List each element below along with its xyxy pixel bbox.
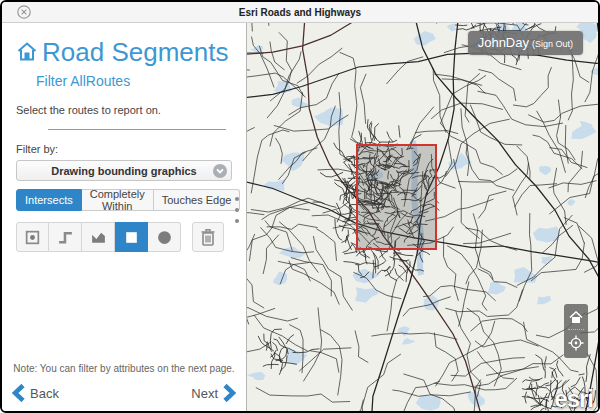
trash-icon <box>200 228 216 246</box>
locate-crosshair-icon <box>568 335 584 351</box>
page-title: Road Segments <box>42 37 228 68</box>
instruction-text: Select the routes to report on. <box>16 104 232 116</box>
draw-polyline-button[interactable] <box>49 222 82 252</box>
esri-logo: esri <box>554 385 593 411</box>
window-titlebar: Esri Roads and Highways <box>2 2 598 23</box>
tab-intersects[interactable]: Intersects <box>16 189 82 211</box>
panel-resize-handle[interactable] <box>233 195 241 225</box>
draw-rectangle-button[interactable] <box>115 222 148 252</box>
map-controls <box>564 304 588 358</box>
wizard-nav: Back Next <box>12 384 236 402</box>
window-title: Esri Roads and Highways <box>2 7 598 18</box>
panel-footer: Note: You can filter by attributes on th… <box>2 363 246 402</box>
user-badge[interactable]: JohnDay (Sign Out) <box>468 31 583 55</box>
divider <box>48 129 226 130</box>
selection-rectangle <box>356 144 437 250</box>
draw-polygon-button[interactable] <box>82 222 115 252</box>
filter-by-label: Filter by: <box>16 143 232 155</box>
chevron-left-icon <box>12 384 25 402</box>
chevron-down-icon <box>213 164 227 178</box>
draw-tool-group <box>16 222 181 252</box>
clear-graphics-button[interactable] <box>192 222 224 252</box>
locate-button[interactable] <box>568 332 584 354</box>
rectangle-icon <box>123 229 140 246</box>
chevron-right-icon <box>223 384 236 402</box>
page-subtitle: Filter AllRoutes <box>36 73 232 89</box>
point-icon <box>24 229 41 246</box>
dropdown-value: Drawing bounding graphics <box>51 165 196 177</box>
close-icon[interactable] <box>17 5 31 19</box>
tab-completely-within[interactable]: Completely Within <box>82 189 154 211</box>
polyline-icon <box>57 229 74 246</box>
polygon-icon <box>90 229 107 246</box>
home-extent-icon <box>569 311 583 324</box>
circle-icon <box>156 229 173 246</box>
user-name: JohnDay <box>478 35 529 50</box>
controls-divider <box>568 329 584 330</box>
next-label: Next <box>191 386 218 401</box>
draw-circle-button[interactable] <box>148 222 181 252</box>
map-view[interactable]: JohnDay (Sign Out) <box>247 23 598 411</box>
spatial-relation-tabs: Intersects Completely Within Touches Edg… <box>16 189 232 211</box>
next-button[interactable]: Next <box>191 384 236 402</box>
sign-out-link[interactable]: (Sign Out) <box>532 39 573 49</box>
panel-header: Road Segments <box>16 37 232 68</box>
left-panel: Road Segments Filter AllRoutes Select th… <box>2 23 247 411</box>
draw-point-button[interactable] <box>16 222 49 252</box>
draw-toolbar <box>16 222 232 252</box>
tab-touches-edge[interactable]: Touches Edge <box>154 189 241 211</box>
filter-method-dropdown[interactable]: Drawing bounding graphics <box>16 160 232 181</box>
home-extent-button[interactable] <box>569 308 583 327</box>
back-label: Back <box>30 386 59 401</box>
back-button[interactable]: Back <box>12 384 59 402</box>
app-window: Esri Roads and Highways Road Segments Fi… <box>0 0 600 413</box>
home-icon <box>16 40 38 66</box>
note-text: Note: You can filter by attributes on th… <box>12 363 236 374</box>
